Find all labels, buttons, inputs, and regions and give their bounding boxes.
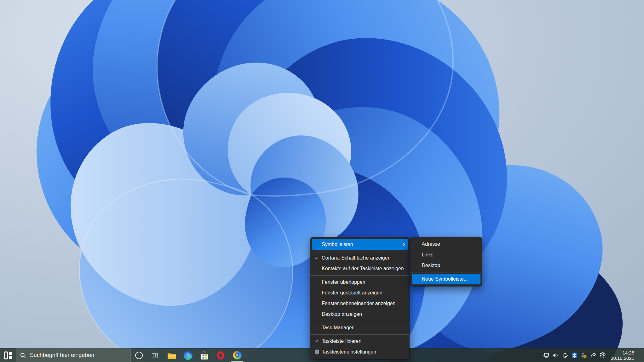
settings-gear-icon <box>599 352 606 359</box>
menu-item-label: Fenster gestapelt anzeigen <box>322 290 408 296</box>
clock-time: 14:28 <box>611 350 634 355</box>
menu-item-taskleiste-fixieren[interactable]: ✓ Taskleiste fixieren <box>312 336 408 347</box>
submenu-arrow-icon <box>402 242 405 247</box>
edge-button[interactable] <box>180 348 196 362</box>
menu-item-fenster-nebeneinander[interactable]: Fenster nebeneinander anzeigen <box>312 298 408 309</box>
system-tray: 14:28 20.10.2021 <box>543 348 644 362</box>
menu-item-label: Symbolleisten <box>322 242 402 247</box>
volume-tray-button[interactable] <box>552 352 559 359</box>
taskbar-context-menu: Symbolleisten ✓ Cortana-Schaltfläche anz… <box>310 237 409 359</box>
menu-item-desktop-anzeigen[interactable]: Desktop anzeigen <box>312 309 408 320</box>
taskbar-clock[interactable]: 14:28 20.10.2021 <box>611 350 634 361</box>
volume-muted-icon <box>552 352 559 359</box>
menu-item-label: Task-Manager <box>322 325 408 331</box>
menu-separator <box>310 321 409 321</box>
menu-separator <box>410 272 482 272</box>
menu-item-label: Taskleisteneinstellungen <box>322 349 408 355</box>
desktop: Symbolleisten ✓ Cortana-Schaltfläche anz… <box>0 0 644 362</box>
search-icon <box>20 352 26 359</box>
submenu-item-links[interactable]: Links <box>412 250 480 260</box>
menu-gutter <box>312 349 322 355</box>
task-view-button[interactable] <box>147 348 164 362</box>
pen-tray-button[interactable] <box>590 352 597 359</box>
menu-item-label: Adresse <box>422 241 480 247</box>
security-key-icon <box>580 352 587 359</box>
checkmark-icon: ✓ <box>312 256 322 261</box>
menu-item-fenster-ueberlappen[interactable]: Fenster überlappen <box>312 277 408 288</box>
usb-tray-button[interactable] <box>562 352 569 359</box>
menu-item-label: Neue Symbolleiste... <box>422 276 480 282</box>
submenu-item-desktop[interactable]: Desktop <box>412 260 480 271</box>
submenu-item-adresse[interactable]: Adresse <box>412 239 480 250</box>
network-tray-button[interactable] <box>543 352 550 359</box>
menu-item-label: Cortana-Schaltfläche anzeigen <box>322 255 408 261</box>
start-button[interactable] <box>0 348 16 362</box>
settings-tray-button[interactable] <box>599 352 606 359</box>
file-explorer-button[interactable] <box>164 348 180 362</box>
menu-separator <box>310 334 409 335</box>
swirl-app-button[interactable] <box>229 348 245 362</box>
search-input[interactable] <box>29 352 127 359</box>
checkmark-icon: ✓ <box>312 339 322 344</box>
menu-item-task-manager[interactable]: Task-Manager <box>312 322 408 333</box>
menu-item-label: Fenster nebeneinander anzeigen <box>322 301 408 306</box>
microsoft-store-icon <box>200 351 208 359</box>
menu-item-kontakte[interactable]: Kontakte auf der Taskleiste anzeigen <box>312 263 408 274</box>
menu-item-taskleisteneinstellungen[interactable]: Taskleisteneinstellungen <box>312 347 408 357</box>
cortana-icon <box>135 352 143 359</box>
menu-separator <box>310 275 409 276</box>
bluetooth-tray-button[interactable] <box>571 352 578 359</box>
menu-item-fenster-gestapelt[interactable]: Fenster gestapelt anzeigen <box>312 288 408 298</box>
edge-icon <box>184 351 192 360</box>
menu-item-label: Fenster überlappen <box>322 279 408 285</box>
opera-icon <box>217 351 224 359</box>
swirl-app-icon <box>233 351 242 359</box>
opera-button[interactable] <box>213 348 229 362</box>
taskbar-apps <box>131 348 245 362</box>
gear-icon <box>314 349 320 355</box>
pen-icon <box>590 352 597 359</box>
menu-item-label: Links <box>422 252 480 258</box>
security-key-tray-button[interactable] <box>580 352 587 359</box>
microsoft-logo <box>203 354 207 359</box>
menu-item-cortana-button[interactable]: ✓ Cortana-Schaltfläche anzeigen <box>312 253 408 263</box>
menu-item-symbolleisten[interactable]: Symbolleisten <box>312 239 408 250</box>
task-view-icon <box>152 352 159 359</box>
menu-item-label: Kontakte auf der Taskleiste anzeigen <box>322 266 408 272</box>
symbolleisten-submenu: Adresse Links Desktop Neue Symbolleiste.… <box>410 237 482 286</box>
file-explorer-icon <box>167 351 176 359</box>
cortana-button[interactable] <box>131 348 147 362</box>
bluetooth-icon <box>571 352 578 359</box>
microsoft-store-button[interactable] <box>196 348 213 362</box>
menu-separator <box>310 251 409 251</box>
submenu-item-neue-symbolleiste[interactable]: Neue Symbolleiste... <box>412 274 480 284</box>
taskbar-search[interactable] <box>16 348 131 362</box>
clock-date: 20.10.2021 <box>611 355 634 361</box>
menu-item-label: Desktop <box>422 263 480 268</box>
usb-icon <box>562 352 569 359</box>
network-icon <box>543 352 550 359</box>
menu-item-label: Desktop anzeigen <box>322 311 408 317</box>
start-icon <box>3 351 12 360</box>
menu-item-label: Taskleiste fixieren <box>322 338 408 344</box>
